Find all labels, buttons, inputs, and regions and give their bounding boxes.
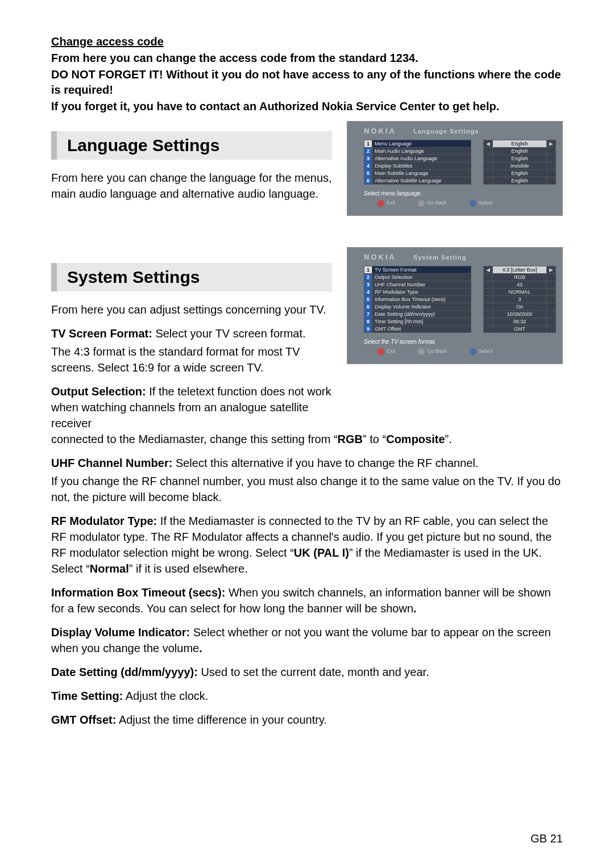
menu-row-label: Output Selection: [372, 274, 471, 281]
tv-format-lines: The 4:3 format is the standard format fo…: [51, 344, 332, 375]
system-screenshot: NOKIA System Setting 1TV Screen Format ◀…: [347, 247, 563, 364]
lang-menu-table: 1Menu Language ◀English▶2Main Audio Lang…: [364, 140, 556, 185]
menu-row-value: 06:32: [493, 318, 547, 326]
sys-menu-table: 1TV Screen Format ◀4:3 [Letter Box]▶2Out…: [364, 266, 556, 333]
uhf-label: UHF Channel Number:: [51, 457, 172, 469]
back-icon-2: [418, 348, 425, 355]
menu-row-label: Information Box Timeout (secs): [372, 296, 471, 303]
tv-format-para: TV Screen Format: Select your TV screen …: [51, 326, 332, 341]
uhf-para-a: UHF Channel Number: Select this alternat…: [51, 455, 563, 471]
lang-buttons: Exit Go Back Select: [364, 200, 556, 207]
menu-row-value: GMT: [493, 326, 547, 333]
intro-block: Change access code From here you can cha…: [51, 34, 563, 114]
shot-brand-2: NOKIA: [364, 253, 396, 261]
shot-title-2: System Setting: [413, 254, 466, 261]
gmt-text: Adjust the time difference in your count…: [116, 713, 327, 726]
menu-row-label: TV Screen Format: [372, 266, 471, 274]
sys-help: Select the TV screen format.: [364, 339, 556, 345]
vol-label: Display Volume Indicator:: [51, 626, 190, 639]
select-label-2: Select: [479, 348, 493, 354]
left-arrow-icon: [484, 155, 493, 162]
left-arrow-icon: [484, 303, 493, 311]
output-para-a: Output Selection: If the teletext functi…: [51, 383, 332, 431]
menu-row-label: Date Setting (dd/mm/yyyy): [372, 311, 471, 318]
menu-row-num: 1: [364, 140, 372, 148]
normal: Normal: [90, 562, 129, 575]
menu-row-label: Alternative Subtitle Language: [372, 177, 471, 185]
menu-row-label: Display Volume Indicator: [372, 303, 471, 311]
menu-row-value: English: [493, 177, 547, 185]
intro-p1: From here you can change the access code…: [51, 51, 563, 66]
menu-row-num: 6: [364, 303, 372, 311]
gmt-para: GMT Offset: Adjust the time difference i…: [51, 712, 563, 728]
menu-row-label: Time Setting [hh:mm]: [372, 318, 471, 326]
system-section: System Settings From here you can adjust…: [51, 247, 563, 728]
vol-para: Display Volume Indicator: Select whether…: [51, 624, 563, 656]
time-para: Time Setting: Adjust the clock.: [51, 688, 563, 704]
rf-label: RF Modulator Type:: [51, 515, 157, 527]
menu-row-value: Invisible: [493, 162, 547, 170]
sys-buttons: Exit Go Back Select: [364, 348, 556, 355]
menu-row-num: 3: [364, 155, 372, 162]
right-arrow-icon: [547, 281, 556, 289]
select-label: Select: [479, 200, 493, 206]
back-label-2: Go Back: [427, 348, 447, 354]
right-arrow-icon: [547, 311, 556, 318]
shot-title: Language Settings: [413, 128, 479, 135]
right-arrow-icon: [547, 326, 556, 333]
left-arrow-icon: [484, 177, 493, 185]
select-icon-2: [470, 348, 476, 355]
date-text: Used to set the current date, month and …: [198, 666, 429, 678]
system-desc: From here you can adjust settings concer…: [51, 302, 332, 318]
menu-row-value: NORMAL: [493, 289, 547, 296]
menu-row-value: English: [493, 148, 547, 155]
left-arrow-icon: ◀: [484, 266, 493, 274]
date-label: Date Setting (dd/mm/yyyy):: [51, 666, 198, 678]
menu-row-num: 6: [364, 177, 372, 185]
tv-format-label: TV Screen Format:: [51, 327, 152, 340]
menu-row-num: 4: [364, 289, 372, 296]
back-label: Go Back: [427, 200, 447, 206]
menu-row-value: English: [493, 155, 547, 162]
menu-row-label: GMT Offset: [372, 326, 471, 333]
intro-p3: If you forget it, you have to contact an…: [51, 99, 563, 114]
menu-row-num: 7: [364, 311, 372, 318]
select-icon: [470, 200, 476, 207]
exit-label-2: Exit: [387, 348, 395, 354]
time-label: Time Setting:: [51, 690, 123, 702]
left-arrow-icon: [484, 296, 493, 303]
menu-row-num: 5: [364, 170, 372, 177]
menu-row-label: RF Modulator Type: [372, 289, 471, 296]
menu-row-num: 5: [364, 296, 372, 303]
left-arrow-icon: [484, 170, 493, 177]
lang-help: Select menu language.: [364, 190, 556, 197]
menu-row-label: Main Subtitle Language: [372, 170, 471, 177]
uhf-text-a: Select this alternative if you have to c…: [172, 457, 478, 469]
right-arrow-icon: ▶: [547, 140, 556, 148]
language-section: Language Settings From here you can chan…: [51, 115, 563, 216]
right-arrow-icon: ▶: [547, 266, 556, 274]
menu-row-value: 4:3 [Letter Box]: [493, 266, 547, 274]
rgb: RGB: [338, 433, 363, 445]
exit-label: Exit: [387, 200, 395, 206]
menu-row-value: RGB: [493, 274, 547, 281]
left-arrow-icon: [484, 148, 493, 155]
right-arrow-icon: [547, 170, 556, 177]
left-arrow-icon: ◀: [484, 140, 493, 148]
menu-row-value: 3: [493, 296, 547, 303]
menu-row-value: 10/28/2000: [493, 311, 547, 318]
time-text: Adjust the clock.: [123, 690, 208, 702]
menu-row-num: 9: [364, 326, 372, 333]
composite: Composite: [386, 433, 445, 445]
left-arrow-icon: [484, 274, 493, 281]
output-text-c: ” to “: [363, 433, 386, 445]
left-arrow-icon: [484, 326, 493, 333]
left-arrow-icon: [484, 311, 493, 318]
exit-icon-2: [377, 348, 384, 355]
uhf-para-b: If you change the RF channel number, you…: [51, 473, 563, 505]
right-arrow-icon: [547, 303, 556, 311]
rf-para: RF Modulator Type: If the Mediamaster is…: [51, 513, 563, 577]
exit-icon: [377, 200, 384, 207]
left-arrow-icon: [484, 289, 493, 296]
menu-row-num: 2: [364, 148, 372, 155]
